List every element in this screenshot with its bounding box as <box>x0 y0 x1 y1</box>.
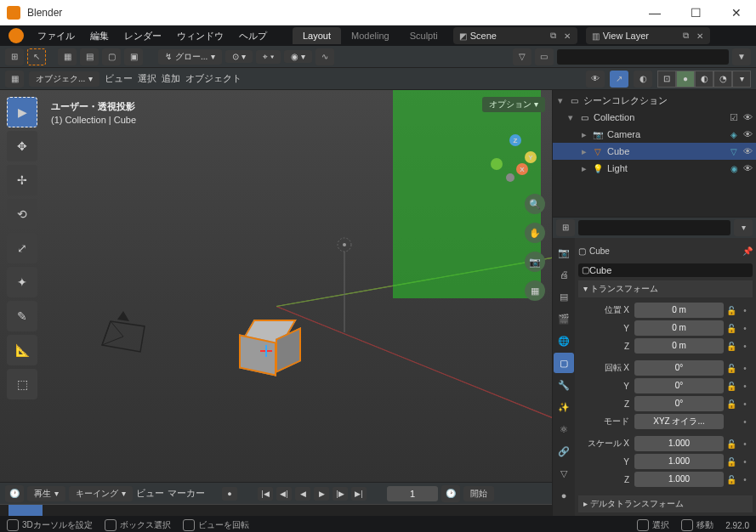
object-name-field[interactable]: ▢ <box>578 263 753 277</box>
tab-output-icon[interactable]: 🖨 <box>554 264 574 285</box>
object-name-input[interactable] <box>589 265 749 275</box>
proportional-dropdown[interactable]: ◉ ▾ <box>284 50 312 63</box>
play-icon[interactable]: ▶ <box>314 487 329 501</box>
lock-icon[interactable]: 🔓 <box>725 324 737 333</box>
menu-render[interactable]: レンダー <box>117 27 168 45</box>
shading-dropdown-icon[interactable]: ▾ <box>732 71 751 88</box>
lock-icon[interactable]: 🔓 <box>725 457 737 467</box>
sel-all-icon[interactable]: ▦ <box>58 48 77 65</box>
tab-world-icon[interactable]: 🌐 <box>554 331 574 351</box>
funnel-icon[interactable]: ▼ <box>732 48 751 65</box>
transform-tool[interactable]: ✦ <box>7 267 37 297</box>
outliner-cube[interactable]: ▸▽ Cube ▽ 👁 <box>553 143 756 160</box>
editor-type-icon[interactable]: ⊞ <box>5 48 24 65</box>
transform-panel-header[interactable]: ▾ トランスフォーム <box>578 280 753 297</box>
tab-constraints-icon[interactable]: 🔗 <box>554 441 574 461</box>
zoom-button[interactable]: 🔍 <box>525 194 545 214</box>
perspective-button[interactable]: ▦ <box>525 280 545 301</box>
lock-icon[interactable]: 🔓 <box>725 306 737 315</box>
add-cube-tool[interactable]: ⬚ <box>7 369 37 399</box>
mode-dropdown[interactable]: オブジェク... ▾ <box>29 71 99 87</box>
lock-icon[interactable]: 🔓 <box>725 439 737 449</box>
rotation-y[interactable]: 0° <box>634 378 724 393</box>
editor-icon[interactable]: ▦ <box>5 71 24 88</box>
pin-icon[interactable]: 📌 <box>742 246 753 256</box>
tab-scene-icon[interactable]: 🎬 <box>554 308 574 329</box>
close-button[interactable]: ✕ <box>724 6 749 20</box>
lock-icon[interactable]: 🔓 <box>725 382 737 391</box>
gizmo-toggle-icon[interactable]: ↗ <box>610 71 628 88</box>
sel-invert-icon[interactable]: ▤ <box>80 48 99 65</box>
nav-x-axis[interactable]: X <box>516 163 528 175</box>
menu-help[interactable]: ヘルプ <box>232 27 274 45</box>
shading-matprev-icon[interactable]: ◐ <box>695 71 713 88</box>
nav-y-axis[interactable]: Y <box>525 151 537 163</box>
timeline-view[interactable]: ビュー <box>136 487 164 500</box>
play-rev-icon[interactable]: ◀ <box>295 487 310 501</box>
timeline-marker[interactable]: マーカー <box>168 487 205 500</box>
timeline-editor-icon[interactable]: 🕐 <box>5 485 24 502</box>
select-menu[interactable]: 選択 <box>138 72 156 85</box>
cursor-tool-icon[interactable]: ↖ <box>27 48 46 65</box>
overlay-icon[interactable]: ◐ <box>634 71 652 88</box>
scale-z[interactable]: 1.000 <box>634 472 724 487</box>
eye-icon[interactable]: 👁 <box>743 146 753 156</box>
scale-x[interactable]: 1.000 <box>634 436 724 451</box>
eye-icon[interactable]: 👁 <box>743 112 753 123</box>
light-object[interactable] <box>332 235 357 337</box>
copy-icon[interactable]: ⧉ <box>547 29 560 42</box>
camera-view-button[interactable]: 📷 <box>525 252 545 272</box>
lock-icon[interactable]: 🔓 <box>725 342 737 351</box>
current-frame-input[interactable] <box>387 486 438 501</box>
cube-object[interactable] <box>238 320 289 371</box>
clock-icon[interactable]: 🕑 <box>441 485 460 502</box>
orientation-dropdown[interactable]: ↯ グロー... ▾ <box>158 49 222 65</box>
lock-icon[interactable]: 🔓 <box>725 364 737 373</box>
keying-dropdown[interactable]: キーイング ▾ <box>69 486 133 501</box>
new-icon[interactable]: ▭ <box>535 48 554 65</box>
lock-icon[interactable]: 🔓 <box>725 475 737 484</box>
rotation-z[interactable]: 0° <box>634 396 724 411</box>
menu-edit[interactable]: 編集 <box>83 27 116 45</box>
curve-icon[interactable]: ∿ <box>315 48 334 65</box>
tab-object-icon[interactable]: ▢ <box>554 353 574 373</box>
scene-field[interactable]: ◩ ⧉ ✕ <box>453 27 577 44</box>
props-editor-icon[interactable]: ⊞ <box>556 219 575 236</box>
3d-viewport[interactable]: ユーザー・透視投影 (1) Collection | Cube ▶ ✥ ✢ ⟲ … <box>0 90 552 482</box>
nav-neg-x[interactable] <box>491 158 503 170</box>
location-y[interactable]: 0 m <box>634 320 724 336</box>
filter-icon[interactable]: ▽ <box>513 48 531 65</box>
minimize-button[interactable]: — <box>642 6 668 20</box>
visibility-icon[interactable]: 👁 <box>586 71 605 88</box>
copy-icon[interactable]: ⧉ <box>679 29 693 42</box>
tab-data-icon[interactable]: ▽ <box>554 463 574 484</box>
object-menu[interactable]: オブジェクト <box>185 72 242 85</box>
sel-inter-icon[interactable]: ▣ <box>124 48 143 65</box>
nav-gizmo[interactable]: Y X Z <box>491 134 542 185</box>
snap-dropdown[interactable]: ⌖ ▾ <box>256 50 281 64</box>
playback-dropdown[interactable]: 再生 ▾ <box>27 486 65 501</box>
rotation-x[interactable]: 0° <box>634 360 724 376</box>
location-x[interactable]: 0 m <box>634 303 724 318</box>
location-z[interactable]: 0 m <box>634 338 724 354</box>
menu-file[interactable]: ファイル <box>31 27 82 45</box>
tab-layout[interactable]: Layout <box>293 27 341 44</box>
tab-sculpting[interactable]: Sculpti <box>400 27 448 44</box>
eye-icon[interactable]: 👁 <box>743 163 753 173</box>
timeline-track[interactable] <box>0 504 552 516</box>
select-box-tool[interactable]: ▶ <box>7 97 37 127</box>
tab-material-icon[interactable]: ● <box>554 485 574 506</box>
outliner-collection[interactable]: ▾▭ Collection ☑👁 <box>553 109 756 126</box>
add-menu[interactable]: 追加 <box>162 72 180 85</box>
delete-icon[interactable]: ✕ <box>693 29 707 42</box>
options-dropdown[interactable]: オプション ▾ <box>482 97 545 112</box>
viewlayer-field[interactable]: ▥ ⧉ ✕ <box>586 27 710 44</box>
measure-tool[interactable]: 📐 <box>7 335 37 365</box>
outliner-search-top[interactable] <box>557 49 729 65</box>
checkbox-icon[interactable]: ☑ <box>730 112 738 123</box>
outliner-camera[interactable]: ▸📷 Camera ◈ 👁 <box>553 126 756 143</box>
viewlayer-input[interactable] <box>603 31 679 41</box>
view-menu[interactable]: ビュー <box>105 72 133 85</box>
jump-end-icon[interactable]: ▶| <box>351 487 367 501</box>
nav-neg-z[interactable] <box>506 173 514 182</box>
